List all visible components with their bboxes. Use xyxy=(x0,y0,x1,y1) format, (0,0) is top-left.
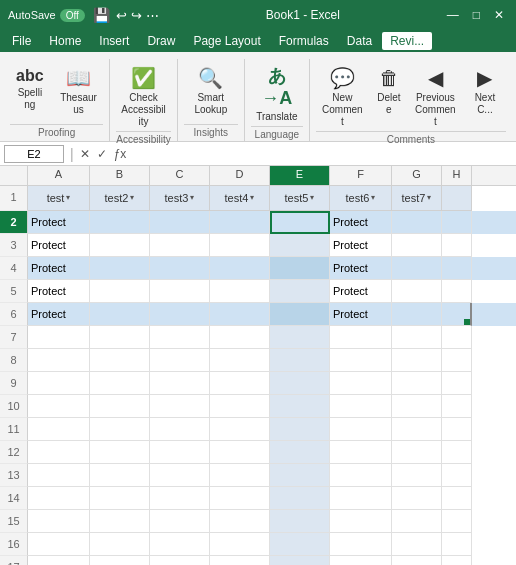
cell-d12[interactable] xyxy=(210,441,270,464)
cell-d10[interactable] xyxy=(210,395,270,418)
dropdown-d1[interactable]: ▾ xyxy=(250,189,254,207)
cell-e2[interactable] xyxy=(270,211,330,234)
cell-c6[interactable] xyxy=(150,303,210,326)
cell-d5[interactable] xyxy=(210,280,270,303)
cell-h14[interactable] xyxy=(442,487,472,510)
cell-c11[interactable] xyxy=(150,418,210,441)
check-accessibility-button[interactable]: ✅ Check Accessibility xyxy=(116,63,170,131)
undo-icon[interactable]: ↩ xyxy=(116,8,127,23)
cell-e12[interactable] xyxy=(270,441,330,464)
cell-g12[interactable] xyxy=(392,441,442,464)
cell-a6[interactable]: Protect xyxy=(28,303,90,326)
cell-g13[interactable] xyxy=(392,464,442,487)
dropdown-c1[interactable]: ▾ xyxy=(190,189,194,207)
cell-b9[interactable] xyxy=(90,372,150,395)
cell-a5[interactable]: Protect xyxy=(28,280,90,303)
col-header-e[interactable]: E xyxy=(270,166,330,185)
cell-a7[interactable] xyxy=(28,326,90,349)
new-comment-button[interactable]: 💬 New Comment xyxy=(316,63,369,131)
cell-b17[interactable] xyxy=(90,556,150,565)
cell-g11[interactable] xyxy=(392,418,442,441)
cell-f15[interactable] xyxy=(330,510,392,533)
cell-c7[interactable] xyxy=(150,326,210,349)
cell-g14[interactable] xyxy=(392,487,442,510)
cell-a13[interactable] xyxy=(28,464,90,487)
menu-review[interactable]: Revi... xyxy=(382,32,432,50)
cell-g5[interactable] xyxy=(392,280,442,303)
more-icon[interactable]: ⋯ xyxy=(146,8,159,23)
cell-d2[interactable] xyxy=(210,211,270,234)
menu-insert[interactable]: Insert xyxy=(91,32,137,50)
cell-b6[interactable] xyxy=(90,303,150,326)
cell-e4[interactable] xyxy=(270,257,330,280)
cell-f11[interactable] xyxy=(330,418,392,441)
cell-e9[interactable] xyxy=(270,372,330,395)
dropdown-g1[interactable]: ▾ xyxy=(427,189,431,207)
cell-d14[interactable] xyxy=(210,487,270,510)
cell-e13[interactable] xyxy=(270,464,330,487)
cell-h16[interactable] xyxy=(442,533,472,556)
cell-b8[interactable] xyxy=(90,349,150,372)
cell-d9[interactable] xyxy=(210,372,270,395)
cell-a1[interactable]: test ▾ xyxy=(28,186,90,211)
col-header-f[interactable]: F xyxy=(330,166,392,185)
col-header-g[interactable]: G xyxy=(392,166,442,185)
cell-g10[interactable] xyxy=(392,395,442,418)
cell-e10[interactable] xyxy=(270,395,330,418)
cell-g17[interactable] xyxy=(392,556,442,565)
menu-data[interactable]: Data xyxy=(339,32,380,50)
col-header-d[interactable]: D xyxy=(210,166,270,185)
cell-d8[interactable] xyxy=(210,349,270,372)
cell-e11[interactable] xyxy=(270,418,330,441)
cell-a16[interactable] xyxy=(28,533,90,556)
autosave-toggle[interactable]: Off xyxy=(60,9,85,22)
formula-input[interactable] xyxy=(130,145,512,163)
redo-icon[interactable]: ↪ xyxy=(131,8,142,23)
cell-b13[interactable] xyxy=(90,464,150,487)
cell-e15[interactable] xyxy=(270,510,330,533)
confirm-icon[interactable]: ✓ xyxy=(97,147,107,161)
cell-c13[interactable] xyxy=(150,464,210,487)
maximize-button[interactable]: □ xyxy=(473,8,480,22)
cell-g4[interactable] xyxy=(392,257,442,280)
cell-h13[interactable] xyxy=(442,464,472,487)
cell-c17[interactable] xyxy=(150,556,210,565)
cell-b2[interactable] xyxy=(90,211,150,234)
cell-a4[interactable]: Protect xyxy=(28,257,90,280)
cell-f16[interactable] xyxy=(330,533,392,556)
minimize-button[interactable]: — xyxy=(447,8,459,22)
spelling-button[interactable]: abc Spelling xyxy=(10,63,50,114)
cell-d1[interactable]: test4 ▾ xyxy=(210,186,270,211)
cell-h5[interactable] xyxy=(442,280,472,303)
cell-a9[interactable] xyxy=(28,372,90,395)
cell-h8[interactable] xyxy=(442,349,472,372)
cell-b7[interactable] xyxy=(90,326,150,349)
cell-f1[interactable]: test6 ▾ xyxy=(330,186,392,211)
cell-h1[interactable] xyxy=(442,186,472,211)
cell-c1[interactable]: test3 ▾ xyxy=(150,186,210,211)
cell-f7[interactable] xyxy=(330,326,392,349)
translate-button[interactable]: あ→A Translate xyxy=(251,63,303,126)
cell-c3[interactable] xyxy=(150,234,210,257)
cell-a3[interactable]: Protect xyxy=(28,234,90,257)
cell-a14[interactable] xyxy=(28,487,90,510)
cell-f4[interactable]: Protect xyxy=(330,257,392,280)
smart-lookup-button[interactable]: 🔍 Smart Lookup xyxy=(184,63,238,119)
name-box[interactable] xyxy=(4,145,64,163)
cell-a12[interactable] xyxy=(28,441,90,464)
cell-h15[interactable] xyxy=(442,510,472,533)
cell-h7[interactable] xyxy=(442,326,472,349)
cell-e5[interactable] xyxy=(270,280,330,303)
cell-a8[interactable] xyxy=(28,349,90,372)
cell-h4[interactable] xyxy=(442,257,472,280)
cell-b14[interactable] xyxy=(90,487,150,510)
cell-e8[interactable] xyxy=(270,349,330,372)
cell-h2[interactable] xyxy=(442,211,472,234)
cell-h17[interactable] xyxy=(442,556,472,565)
cell-d3[interactable] xyxy=(210,234,270,257)
col-header-a[interactable]: A xyxy=(28,166,90,185)
cell-e16[interactable] xyxy=(270,533,330,556)
cell-g1[interactable]: test7 ▾ xyxy=(392,186,442,211)
cell-f10[interactable] xyxy=(330,395,392,418)
cell-c15[interactable] xyxy=(150,510,210,533)
